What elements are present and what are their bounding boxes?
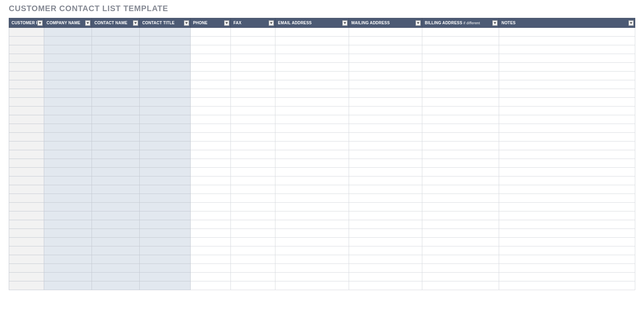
cell[interactable] <box>140 150 190 159</box>
cell[interactable] <box>275 115 349 124</box>
cell[interactable] <box>92 194 140 203</box>
cell[interactable] <box>231 98 275 107</box>
cell[interactable] <box>275 124 349 133</box>
cell[interactable] <box>140 133 190 141</box>
col-contact-name[interactable]: CONTACT NAME <box>92 18 140 28</box>
cell[interactable] <box>422 133 499 141</box>
cell[interactable] <box>422 273 499 281</box>
cell[interactable] <box>92 159 140 168</box>
cell[interactable] <box>92 273 140 281</box>
cell[interactable] <box>422 264 499 273</box>
cell[interactable] <box>275 264 349 273</box>
cell[interactable] <box>190 107 231 115</box>
cell[interactable] <box>140 37 190 45</box>
filter-dropdown-icon[interactable] <box>416 20 421 25</box>
cell[interactable] <box>499 220 635 229</box>
cell[interactable] <box>499 185 635 194</box>
cell[interactable] <box>499 194 635 203</box>
cell[interactable] <box>92 141 140 150</box>
cell[interactable] <box>349 273 422 281</box>
col-customer-id[interactable]: CUSTOMER ID <box>9 18 44 28</box>
cell[interactable] <box>190 238 231 246</box>
cell[interactable] <box>44 54 92 63</box>
col-phone[interactable]: PHONE <box>190 18 231 28</box>
cell[interactable] <box>231 89 275 98</box>
cell[interactable] <box>422 150 499 159</box>
cell[interactable] <box>140 63 190 72</box>
filter-dropdown-icon[interactable] <box>184 20 189 25</box>
cell[interactable] <box>190 141 231 150</box>
cell[interactable] <box>92 176 140 185</box>
cell[interactable] <box>44 63 92 72</box>
cell[interactable] <box>140 124 190 133</box>
cell[interactable] <box>231 281 275 290</box>
cell[interactable] <box>231 150 275 159</box>
cell[interactable] <box>140 203 190 211</box>
cell[interactable] <box>499 229 635 238</box>
cell[interactable] <box>190 89 231 98</box>
cell[interactable] <box>140 176 190 185</box>
cell[interactable] <box>9 159 44 168</box>
cell[interactable] <box>9 150 44 159</box>
cell[interactable] <box>231 159 275 168</box>
cell[interactable] <box>275 246 349 255</box>
cell[interactable] <box>9 194 44 203</box>
cell[interactable] <box>349 220 422 229</box>
cell[interactable] <box>190 159 231 168</box>
cell[interactable] <box>231 176 275 185</box>
cell[interactable] <box>231 264 275 273</box>
cell[interactable] <box>44 80 92 89</box>
cell[interactable] <box>190 45 231 54</box>
cell[interactable] <box>231 45 275 54</box>
cell[interactable] <box>499 203 635 211</box>
cell[interactable] <box>275 107 349 115</box>
cell[interactable] <box>422 89 499 98</box>
cell[interactable] <box>422 229 499 238</box>
cell[interactable] <box>9 273 44 281</box>
cell[interactable] <box>190 264 231 273</box>
col-notes[interactable]: NOTES <box>499 18 635 28</box>
cell[interactable] <box>190 150 231 159</box>
cell[interactable] <box>140 107 190 115</box>
cell[interactable] <box>92 80 140 89</box>
cell[interactable] <box>231 211 275 220</box>
cell[interactable] <box>349 80 422 89</box>
cell[interactable] <box>349 141 422 150</box>
cell[interactable] <box>140 28 190 37</box>
cell[interactable] <box>499 107 635 115</box>
cell[interactable] <box>190 220 231 229</box>
cell[interactable] <box>92 54 140 63</box>
cell[interactable] <box>190 255 231 264</box>
cell[interactable] <box>44 194 92 203</box>
cell[interactable] <box>231 238 275 246</box>
cell[interactable] <box>92 98 140 107</box>
cell[interactable] <box>422 238 499 246</box>
cell[interactable] <box>499 115 635 124</box>
cell[interactable] <box>190 168 231 176</box>
cell[interactable] <box>190 273 231 281</box>
cell[interactable] <box>190 54 231 63</box>
cell[interactable] <box>140 185 190 194</box>
cell[interactable] <box>231 229 275 238</box>
cell[interactable] <box>275 211 349 220</box>
cell[interactable] <box>9 176 44 185</box>
cell[interactable] <box>140 89 190 98</box>
cell[interactable] <box>422 246 499 255</box>
cell[interactable] <box>275 72 349 80</box>
cell[interactable] <box>140 229 190 238</box>
cell[interactable] <box>275 37 349 45</box>
cell[interactable] <box>499 211 635 220</box>
cell[interactable] <box>422 72 499 80</box>
cell[interactable] <box>44 45 92 54</box>
filter-dropdown-icon[interactable] <box>85 20 90 25</box>
col-company-name[interactable]: COMPANY NAME <box>44 18 92 28</box>
cell[interactable] <box>422 281 499 290</box>
cell[interactable] <box>499 63 635 72</box>
cell[interactable] <box>9 98 44 107</box>
cell[interactable] <box>92 89 140 98</box>
cell[interactable] <box>231 124 275 133</box>
cell[interactable] <box>499 168 635 176</box>
cell[interactable] <box>9 124 44 133</box>
cell[interactable] <box>422 255 499 264</box>
cell[interactable] <box>92 107 140 115</box>
